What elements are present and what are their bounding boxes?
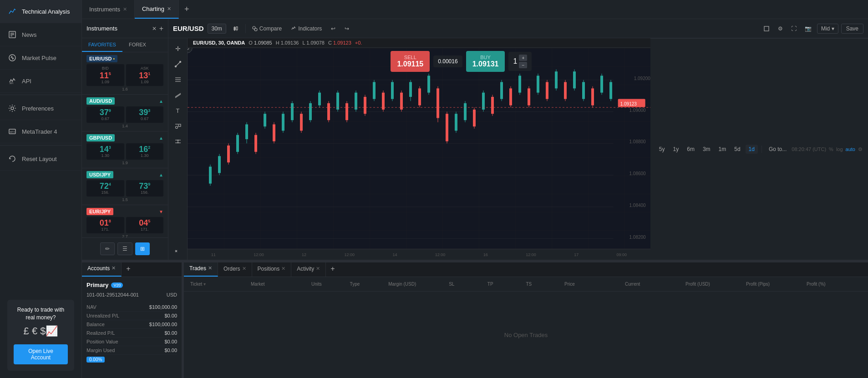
inst-usdjpy-name: USD/JPY <box>86 171 113 178</box>
chart-redo-button[interactable]: ↪ <box>342 24 352 34</box>
ta-icon <box>7 6 17 16</box>
period-separator <box>761 146 762 153</box>
bottom-panels: Accounts ✕ + Primary V20 101-001-2951204… <box>82 260 868 378</box>
sidebar-item-market-pulse[interactable]: Market Pulse <box>0 46 81 70</box>
inst-grid-button[interactable]: ⊞ <box>135 242 150 255</box>
sidebar-item-api[interactable]: API API <box>0 70 81 93</box>
account-margin-used-row: Margin Used $0.00 <box>86 346 177 355</box>
instruments-panel: Instruments ✕ + FAVORITES FOREX EUR/USD … <box>82 19 168 260</box>
resize-handle-horizontal[interactable] <box>82 261 868 262</box>
tab-activity[interactable]: Activity ✕ <box>291 261 326 277</box>
account-unrealized-row: Unrealized P/L $0.00 <box>86 312 177 320</box>
close-orders-icon[interactable]: ✕ <box>242 266 246 272</box>
qty-increase-button[interactable]: + <box>519 55 527 61</box>
chart-indicators-button[interactable]: Indicators <box>288 24 325 34</box>
list-item[interactable]: AUD/USD ▲ 379 0.67 393 0.67 1.4 <box>82 95 168 131</box>
list-item[interactable]: USD/JPY ▲ 724 156. 739 156. 1.5 <box>82 168 168 205</box>
draw-measure-button[interactable] <box>171 135 185 148</box>
sidebar-item-news[interactable]: News <box>0 23 81 46</box>
tab-add-button[interactable]: + <box>179 0 195 19</box>
chart-timeframe-button[interactable]: 30m <box>208 24 226 34</box>
chart-screenshot-button[interactable]: 📷 <box>802 24 814 34</box>
chart-fullscreen-button[interactable]: ⛶ <box>788 24 799 34</box>
period-6m-button[interactable]: 6m <box>684 145 698 154</box>
close-accounts-icon[interactable]: ✕ <box>112 265 116 271</box>
sell-button[interactable]: SELL 1.09115 <box>391 51 430 72</box>
accounts-panel-add-button[interactable]: + <box>122 265 135 273</box>
tab-orders[interactable]: Orders ✕ <box>218 261 252 277</box>
draw-channel-button[interactable] <box>171 88 185 102</box>
qty-decrease-button[interactable]: − <box>519 62 527 68</box>
chart-rect-button[interactable] <box>761 24 772 34</box>
tab-accounts[interactable]: Accounts ✕ <box>82 261 122 277</box>
period-3m-button[interactable]: 3m <box>700 145 714 154</box>
eurjpy-arrow: ▼ <box>159 209 163 214</box>
chart-candle-button[interactable] <box>230 24 242 34</box>
trades-columns-header: Ticket ▾ Market Units Type Margin (USD) … <box>184 277 868 292</box>
eurusd-bid-box: BID 115 1.09 <box>86 64 124 86</box>
account-realized-row: Realized P/L $0.00 <box>86 329 177 338</box>
tab-positions[interactable]: Positions ✕ <box>252 261 292 277</box>
auto-button[interactable]: auto <box>846 146 855 152</box>
sidebar-item-technical-analysis[interactable]: Technical Analysis <box>0 0 81 23</box>
close-trades-icon[interactable]: ✕ <box>208 265 212 271</box>
period-1m-button[interactable]: 1m <box>716 145 730 154</box>
draw-fib-button[interactable] <box>171 73 185 86</box>
goto-button[interactable]: Go to... <box>766 145 790 154</box>
inst-gbpusd-name: GBP/USD <box>86 134 115 141</box>
close-instruments-icon[interactable]: ✕ <box>123 6 127 12</box>
instruments-close-icon[interactable]: ✕ <box>152 25 157 32</box>
ohlc-change: +0. <box>355 40 362 45</box>
instruments-add-icon[interactable]: + <box>159 25 163 33</box>
close-positions-icon[interactable]: ✕ <box>281 266 285 272</box>
ohlc-h: H 1.09136 <box>276 40 299 45</box>
col-current: Current <box>622 282 683 287</box>
close-charting-icon[interactable]: ✕ <box>167 6 171 12</box>
chart-settings-button[interactable]: ⚙ <box>775 24 786 34</box>
list-item[interactable]: EUR/JPY ▼ 018 171. 045 171. 2.7 <box>82 205 168 237</box>
period-5y-button[interactable]: 5y <box>656 145 668 154</box>
chart-mid-button[interactable]: Mid ▾ <box>817 24 838 34</box>
gbpusd-spread: 1.9 <box>86 161 163 165</box>
svg-rect-99 <box>437 88 439 118</box>
close-activity-icon[interactable]: ✕ <box>316 266 320 272</box>
period-1d-button[interactable]: 1d <box>746 145 758 154</box>
chart-save-button[interactable]: Save <box>841 24 863 34</box>
content-area: Instruments ✕ + FAVORITES FOREX EUR/USD … <box>82 19 868 260</box>
chart-undo-button[interactable]: ↩ <box>328 24 338 34</box>
chart-period-settings-button[interactable]: ⚙ <box>858 146 863 152</box>
tab-trades[interactable]: Trades ✕ <box>184 261 218 277</box>
tab-instruments[interactable]: Instruments ✕ <box>82 0 135 19</box>
draw-text-button[interactable]: T <box>171 104 185 117</box>
sidebar-label-news: News <box>22 31 37 38</box>
list-item[interactable]: GBP/USD ▲ 143 1.30 162 1.30 1.9 <box>82 131 168 168</box>
trades-panel-add-button[interactable]: + <box>326 265 339 273</box>
chart-compare-button[interactable]: Compare <box>249 24 284 34</box>
buy-button[interactable]: BUY 1.09131 <box>466 51 505 72</box>
svg-rect-75 <box>327 103 330 120</box>
sidebar-item-reset-layout[interactable]: Reset Layout <box>0 147 81 171</box>
inst-edit-button[interactable]: ✏ <box>100 242 115 255</box>
inst-list-button[interactable]: ☰ <box>117 242 132 255</box>
draw-zoom-button[interactable] <box>171 242 185 256</box>
col-ts: TS <box>523 282 562 287</box>
draw-shapes-button[interactable] <box>171 119 185 133</box>
tab-charting[interactable]: Charting ✕ <box>135 0 179 19</box>
sidebar-item-preferences[interactable]: Preferences <box>0 97 81 120</box>
draw-crosshair-button[interactable]: ✛ <box>171 42 185 55</box>
market-pulse-icon <box>7 53 17 63</box>
inst-tab-forex[interactable]: FOREX <box>122 38 152 52</box>
sidebar-label-preferences: Preferences <box>22 105 54 112</box>
log-button[interactable]: log <box>836 146 843 152</box>
period-5d-button[interactable]: 5d <box>731 145 743 154</box>
list-item[interactable]: EUR/USD • BID 115 1.09 ASK 131 1.09 <box>82 52 168 95</box>
draw-trendline-button[interactable] <box>171 57 185 71</box>
open-live-account-button[interactable]: Open Live Account <box>14 344 68 364</box>
sidebar-label-api: API <box>22 78 31 85</box>
pct-button[interactable]: % <box>829 146 833 152</box>
svg-rect-69 <box>300 114 303 131</box>
audusd-arrow: ▲ <box>159 99 163 104</box>
inst-tab-favorites[interactable]: FAVORITES <box>82 38 122 52</box>
period-1y-button[interactable]: 1y <box>670 145 682 154</box>
sidebar-item-metatrader[interactable]: MT4 MetaTrader 4 <box>0 120 81 143</box>
